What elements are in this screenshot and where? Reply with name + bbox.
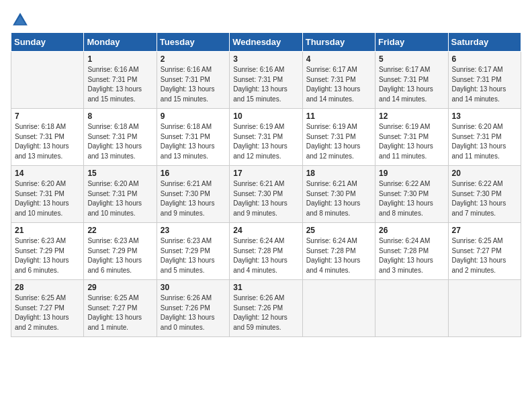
day-number: 26 — [379, 226, 444, 235]
day-number: 25 — [306, 226, 371, 235]
day-number: 18 — [306, 169, 371, 178]
day-number: 2 — [161, 54, 226, 64]
day-number: 21 — [15, 226, 80, 235]
week-row: 28Sunrise: 6:25 AMSunset: 7:27 PMDayligh… — [11, 280, 521, 337]
calendar-cell: 7Sunrise: 6:18 AMSunset: 7:31 PMDaylight… — [11, 109, 84, 166]
day-header-saturday: Saturday — [448, 33, 521, 52]
calendar-cell: 26Sunrise: 6:24 AMSunset: 7:28 PMDayligh… — [375, 223, 448, 280]
calendar-cell — [302, 280, 375, 337]
calendar-cell: 18Sunrise: 6:21 AMSunset: 7:30 PMDayligh… — [302, 166, 375, 223]
calendar-cell: 15Sunrise: 6:20 AMSunset: 7:31 PMDayligh… — [84, 166, 157, 223]
day-info: Sunrise: 6:24 AMSunset: 7:28 PMDaylight:… — [379, 236, 444, 275]
calendar-cell: 3Sunrise: 6:16 AMSunset: 7:31 PMDaylight… — [230, 52, 302, 109]
week-row: 1Sunrise: 6:16 AMSunset: 7:31 PMDaylight… — [11, 52, 521, 109]
day-info: Sunrise: 6:22 AMSunset: 7:30 PMDaylight:… — [452, 179, 517, 218]
day-info: Sunrise: 6:23 AMSunset: 7:29 PMDaylight:… — [87, 236, 152, 275]
day-number: 13 — [452, 111, 517, 121]
day-info: Sunrise: 6:20 AMSunset: 7:31 PMDaylight:… — [452, 122, 517, 161]
calendar-cell: 8Sunrise: 6:18 AMSunset: 7:31 PMDaylight… — [84, 109, 157, 166]
day-number: 24 — [233, 226, 298, 235]
day-info: Sunrise: 6:17 AMSunset: 7:31 PMDaylight:… — [379, 65, 444, 104]
day-number: 3 — [233, 54, 298, 64]
day-number: 9 — [161, 111, 226, 121]
day-number: 30 — [161, 283, 226, 292]
day-info: Sunrise: 6:25 AMSunset: 7:27 PMDaylight:… — [87, 293, 152, 332]
day-number: 4 — [306, 54, 371, 64]
day-number: 20 — [452, 169, 517, 178]
calendar-cell — [11, 52, 84, 109]
calendar-table: SundayMondayTuesdayWednesdayThursdayFrid… — [11, 32, 521, 337]
calendar-cell: 22Sunrise: 6:23 AMSunset: 7:29 PMDayligh… — [84, 223, 157, 280]
calendar-cell: 24Sunrise: 6:24 AMSunset: 7:28 PMDayligh… — [230, 223, 302, 280]
day-number: 11 — [306, 111, 371, 121]
calendar-cell: 13Sunrise: 6:20 AMSunset: 7:31 PMDayligh… — [448, 109, 521, 166]
calendar-cell: 23Sunrise: 6:23 AMSunset: 7:29 PMDayligh… — [157, 223, 229, 280]
day-header-sunday: Sunday — [11, 33, 84, 52]
calendar-cell: 30Sunrise: 6:26 AMSunset: 7:26 PMDayligh… — [157, 280, 229, 337]
day-number: 12 — [379, 111, 444, 121]
day-number: 28 — [15, 283, 80, 292]
day-info: Sunrise: 6:23 AMSunset: 7:29 PMDaylight:… — [15, 236, 80, 275]
calendar-cell: 17Sunrise: 6:21 AMSunset: 7:30 PMDayligh… — [230, 166, 302, 223]
calendar-cell: 31Sunrise: 6:26 AMSunset: 7:26 PMDayligh… — [230, 280, 302, 337]
calendar-cell: 29Sunrise: 6:25 AMSunset: 7:27 PMDayligh… — [84, 280, 157, 337]
day-info: Sunrise: 6:20 AMSunset: 7:31 PMDaylight:… — [15, 179, 80, 218]
day-info: Sunrise: 6:18 AMSunset: 7:31 PMDaylight:… — [87, 122, 152, 161]
calendar-cell: 19Sunrise: 6:22 AMSunset: 7:30 PMDayligh… — [375, 166, 448, 223]
day-info: Sunrise: 6:16 AMSunset: 7:31 PMDaylight:… — [161, 65, 226, 104]
day-header-thursday: Thursday — [302, 33, 375, 52]
day-number: 31 — [233, 283, 298, 292]
day-number: 7 — [15, 111, 80, 121]
day-info: Sunrise: 6:19 AMSunset: 7:31 PMDaylight:… — [379, 122, 444, 161]
calendar-cell: 12Sunrise: 6:19 AMSunset: 7:31 PMDayligh… — [375, 109, 448, 166]
day-info: Sunrise: 6:20 AMSunset: 7:31 PMDaylight:… — [87, 179, 152, 218]
day-number: 5 — [379, 54, 444, 64]
calendar-cell: 9Sunrise: 6:18 AMSunset: 7:31 PMDaylight… — [157, 109, 229, 166]
day-info: Sunrise: 6:23 AMSunset: 7:29 PMDaylight:… — [161, 236, 226, 275]
day-info: Sunrise: 6:24 AMSunset: 7:28 PMDaylight:… — [233, 236, 298, 275]
calendar-cell: 4Sunrise: 6:17 AMSunset: 7:31 PMDaylight… — [302, 52, 375, 109]
day-number: 10 — [233, 111, 298, 121]
day-number: 23 — [161, 226, 226, 235]
day-info: Sunrise: 6:19 AMSunset: 7:31 PMDaylight:… — [233, 122, 298, 161]
calendar-cell: 11Sunrise: 6:19 AMSunset: 7:31 PMDayligh… — [302, 109, 375, 166]
day-info: Sunrise: 6:18 AMSunset: 7:31 PMDaylight:… — [15, 122, 80, 161]
logo — [11, 11, 32, 30]
day-number: 15 — [87, 169, 152, 178]
day-number: 22 — [87, 226, 152, 235]
calendar-cell — [448, 280, 521, 337]
day-number: 6 — [452, 54, 517, 64]
day-info: Sunrise: 6:21 AMSunset: 7:30 PMDaylight:… — [233, 179, 298, 218]
calendar-cell: 16Sunrise: 6:21 AMSunset: 7:30 PMDayligh… — [157, 166, 229, 223]
day-info: Sunrise: 6:21 AMSunset: 7:30 PMDaylight:… — [306, 179, 371, 218]
day-header-wednesday: Wednesday — [230, 33, 302, 52]
calendar-cell: 1Sunrise: 6:16 AMSunset: 7:31 PMDaylight… — [84, 52, 157, 109]
day-info: Sunrise: 6:25 AMSunset: 7:27 PMDaylight:… — [15, 293, 80, 332]
day-info: Sunrise: 6:16 AMSunset: 7:31 PMDaylight:… — [87, 65, 152, 104]
day-number: 14 — [15, 169, 80, 178]
calendar-cell: 10Sunrise: 6:19 AMSunset: 7:31 PMDayligh… — [230, 109, 302, 166]
calendar-cell: 27Sunrise: 6:25 AMSunset: 7:27 PMDayligh… — [448, 223, 521, 280]
logo-icon — [11, 11, 30, 30]
day-info: Sunrise: 6:22 AMSunset: 7:30 PMDaylight:… — [379, 179, 444, 218]
day-info: Sunrise: 6:17 AMSunset: 7:31 PMDaylight:… — [306, 65, 371, 104]
calendar-cell: 6Sunrise: 6:17 AMSunset: 7:31 PMDaylight… — [448, 52, 521, 109]
calendar-cell: 25Sunrise: 6:24 AMSunset: 7:28 PMDayligh… — [302, 223, 375, 280]
calendar-cell — [375, 280, 448, 337]
day-info: Sunrise: 6:25 AMSunset: 7:27 PMDaylight:… — [452, 236, 517, 275]
day-number: 1 — [87, 54, 152, 64]
day-info: Sunrise: 6:26 AMSunset: 7:26 PMDaylight:… — [233, 293, 298, 332]
day-info: Sunrise: 6:24 AMSunset: 7:28 PMDaylight:… — [306, 236, 371, 275]
day-info: Sunrise: 6:17 AMSunset: 7:31 PMDaylight:… — [452, 65, 517, 104]
day-number: 19 — [379, 169, 444, 178]
day-number: 8 — [87, 111, 152, 121]
day-number: 17 — [233, 169, 298, 178]
week-row: 7Sunrise: 6:18 AMSunset: 7:31 PMDaylight… — [11, 109, 521, 166]
calendar-cell: 28Sunrise: 6:25 AMSunset: 7:27 PMDayligh… — [11, 280, 84, 337]
day-number: 27 — [452, 226, 517, 235]
day-info: Sunrise: 6:16 AMSunset: 7:31 PMDaylight:… — [233, 65, 298, 104]
day-header-tuesday: Tuesday — [157, 33, 229, 52]
calendar-cell: 21Sunrise: 6:23 AMSunset: 7:29 PMDayligh… — [11, 223, 84, 280]
day-number: 16 — [161, 169, 226, 178]
calendar-cell: 5Sunrise: 6:17 AMSunset: 7:31 PMDaylight… — [375, 52, 448, 109]
